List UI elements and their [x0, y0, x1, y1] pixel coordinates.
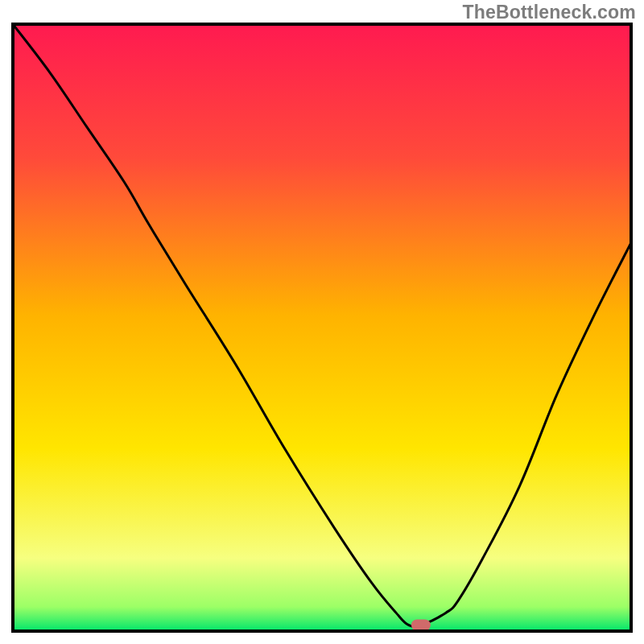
- watermark-text: TheBottleneck.com: [462, 2, 636, 23]
- plot-area: [13, 24, 631, 631]
- optimal-marker-pill: [411, 619, 431, 630]
- optimal-marker: [411, 619, 431, 630]
- bottleneck-chart: [0, 0, 644, 644]
- chart-wrapper: { "watermark": "TheBottleneck.com", "cha…: [0, 0, 644, 644]
- gradient-background: [13, 24, 631, 631]
